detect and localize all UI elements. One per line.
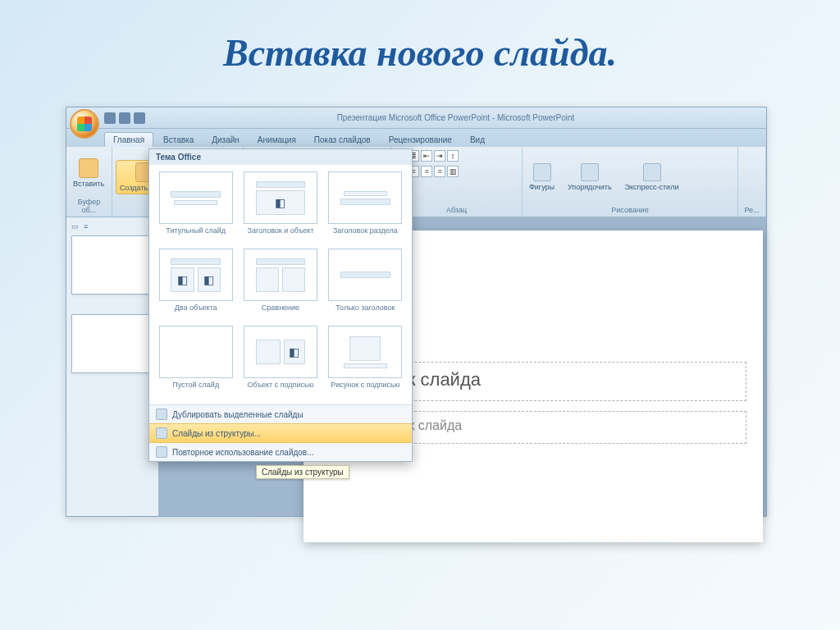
- arrange-label: Упорядочить: [568, 183, 612, 191]
- new-slide-layout-menu: Тема Office Титульный слайд ◧ Заголовок …: [148, 148, 413, 462]
- layout-comparison[interactable]: Сравнение: [240, 249, 320, 321]
- quick-access-toolbar: [104, 112, 145, 124]
- reuse-slides-item[interactable]: Повторное использование слайдов...: [149, 443, 412, 461]
- layout-label: Заголовок раздела: [333, 227, 398, 244]
- shapes-label: Фигуры: [529, 183, 555, 191]
- office-button[interactable]: [70, 109, 99, 139]
- layout-content-caption[interactable]: ◧ Объект с подписью: [240, 326, 320, 398]
- duplicate-icon: [156, 409, 167, 420]
- layout-picture-caption[interactable]: Рисунок с подписью: [326, 326, 405, 398]
- tooltip: Слайды из структуры: [256, 465, 349, 479]
- layout-label: Объект с подписью: [248, 381, 314, 398]
- duplicate-label: Дублировать выделенные слайды: [172, 410, 304, 419]
- tab-insert[interactable]: Вставка: [155, 133, 202, 147]
- redo-icon[interactable]: [134, 112, 145, 124]
- layout-menu-header: Тема Office: [149, 149, 412, 165]
- layout-label: Пустой слайд: [172, 381, 219, 398]
- group-editing-label: Ре...: [742, 206, 762, 215]
- slides-tab-icon[interactable]: ▭: [71, 222, 79, 231]
- ribbon-tabs: Главная Вставка Дизайн Анимация Показ сл…: [66, 129, 766, 147]
- clipboard-icon: [79, 158, 98, 178]
- styles-icon: [643, 163, 661, 181]
- layout-two-content[interactable]: ◧◧ Два объекта: [156, 249, 235, 321]
- shapes-button[interactable]: Фигуры: [526, 162, 558, 193]
- indent-inc-button[interactable]: ⇥: [434, 150, 445, 162]
- page-title: Вставка нового слайда.: [0, 0, 840, 75]
- shapes-icon: [533, 163, 551, 181]
- from-outline-label: Слайды из структуры...: [172, 429, 261, 438]
- layout-label: Титульный слайд: [166, 227, 226, 244]
- slide-thumbnail-2[interactable]: [71, 314, 153, 373]
- outline-icon: [156, 427, 167, 439]
- reuse-label: Повторное использование слайдов...: [172, 448, 314, 457]
- tab-animation[interactable]: Анимация: [249, 133, 304, 147]
- tab-design[interactable]: Дизайн: [203, 133, 248, 147]
- window-title: Презентация Microsoft Office PowerPoint …: [145, 113, 766, 122]
- layout-label: Рисунок с подписью: [331, 381, 399, 398]
- layout-section-header[interactable]: Заголовок раздела: [326, 171, 405, 244]
- outline-tab-icon[interactable]: ≡: [84, 222, 88, 231]
- layout-title-slide[interactable]: Титульный слайд: [156, 171, 235, 244]
- group-clipboard-label: Буфер об...: [70, 198, 108, 215]
- layout-blank[interactable]: Пустой слайд: [156, 326, 235, 398]
- align-right-button[interactable]: ≡: [421, 166, 432, 177]
- layout-label: Заголовок и объект: [247, 227, 313, 244]
- powerpoint-window: Презентация Microsoft Office PowerPoint …: [66, 107, 767, 517]
- tab-view[interactable]: Вид: [462, 133, 493, 147]
- tab-review[interactable]: Рецензирование: [381, 133, 460, 147]
- layout-title-content[interactable]: ◧ Заголовок и объект: [240, 171, 320, 244]
- indent-dec-button[interactable]: ⇤: [421, 150, 432, 162]
- styles-label: Экспресс-стили: [625, 183, 679, 191]
- layout-label: Два объекта: [175, 304, 217, 321]
- columns-button[interactable]: ▥: [447, 166, 459, 177]
- save-icon[interactable]: [104, 112, 116, 124]
- slide-thumbnail-1[interactable]: [71, 235, 153, 294]
- tab-home[interactable]: Главная: [104, 132, 153, 147]
- layout-label: Только заголовок: [336, 304, 395, 321]
- align-justify-button[interactable]: ≡: [434, 166, 445, 177]
- title-bar: Презентация Microsoft Office PowerPoint …: [66, 107, 766, 129]
- layout-title-only[interactable]: Только заголовок: [326, 249, 405, 321]
- quick-styles-button[interactable]: Экспресс-стили: [622, 162, 682, 193]
- arrange-button[interactable]: Упорядочить: [564, 162, 615, 193]
- arrange-icon: [581, 163, 599, 181]
- duplicate-slides-item[interactable]: Дублировать выделенные слайды: [149, 405, 412, 423]
- paste-label: Вставить: [73, 180, 104, 188]
- slides-panel: ▭ ≡: [66, 217, 159, 516]
- undo-icon[interactable]: [119, 112, 130, 124]
- line-spacing-button[interactable]: ↕: [447, 150, 459, 162]
- reuse-icon: [156, 446, 167, 458]
- paste-button[interactable]: Вставить: [70, 157, 107, 189]
- group-paragraph-label: Абзац: [395, 206, 518, 215]
- tab-slideshow[interactable]: Показ слайдов: [306, 133, 379, 147]
- layout-label: Сравнение: [262, 304, 299, 321]
- slides-from-outline-item[interactable]: Слайды из структуры...: [149, 423, 412, 443]
- group-drawing-label: Рисование: [526, 206, 734, 215]
